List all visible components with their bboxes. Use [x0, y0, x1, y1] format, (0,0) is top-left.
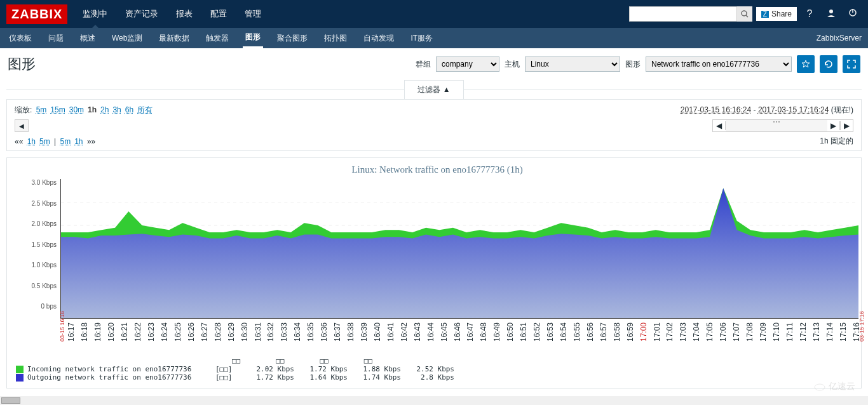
quick-link[interactable]: 1h [74, 137, 83, 146]
legend-row: Outgoing network traffic on eno16777736[… [16, 373, 858, 382]
favorite-button[interactable] [797, 55, 815, 73]
y-tick: 2.0 Kbps [16, 220, 57, 227]
subnav-item[interactable]: 仪表板 [6, 28, 34, 48]
topnav-item[interactable]: 报表 [167, 0, 201, 28]
y-axis: 3.0 Kbps2.5 Kbps2.0 Kbps1.5 Kbps1.0 Kbps… [16, 179, 60, 319]
x-tick: 16:29 [227, 322, 236, 342]
filter-toggle[interactable]: 过滤器 ▲ [404, 80, 463, 99]
topnav-item[interactable]: 配置 [201, 0, 236, 28]
x-tick: 16:53 [546, 322, 555, 342]
slider-left-icon[interactable]: ◀ [713, 121, 726, 130]
subnav-item[interactable]: 图形 [243, 28, 263, 48]
graph-selectors: 群组 company 主机 Linux 图形 Network traffic o… [416, 55, 860, 73]
zoom-option[interactable]: 6h [125, 105, 133, 114]
prev-button[interactable]: ◀ [15, 119, 29, 132]
y-tick: 3.0 Kbps [16, 179, 57, 186]
search-input[interactable] [629, 6, 737, 22]
chart-area: 3.0 Kbps2.5 Kbps2.0 Kbps1.5 Kbps1.0 Kbps… [16, 179, 858, 319]
fullscreen-button[interactable] [843, 55, 860, 73]
subnav-item[interactable]: 触发器 [203, 28, 231, 48]
zoom-option[interactable]: 5m [36, 105, 47, 114]
zoom-option[interactable]: 3h [112, 105, 121, 114]
subnav-item[interactable]: 问题 [46, 28, 66, 48]
search-icon [741, 10, 749, 18]
x-tick: 17:00 [639, 322, 648, 342]
x-tick: 17:04 [692, 322, 701, 342]
x-tick: 16:41 [386, 322, 395, 342]
subnav-item[interactable]: 最新数据 [156, 28, 192, 48]
user-icon[interactable] [822, 8, 840, 20]
x-tick: 16:45 [440, 322, 449, 342]
zoom-option[interactable]: 2h [100, 105, 109, 114]
quick-link[interactable]: 5m [60, 137, 71, 146]
group-select[interactable]: company [436, 56, 499, 72]
zoom-option[interactable]: 15m [50, 105, 65, 114]
legend: □□□□□□□□ Incoming network traffic on eno… [16, 357, 858, 382]
subnav-item[interactable]: 拓扑图 [322, 28, 349, 48]
logo[interactable]: ZABBIX [6, 4, 67, 24]
refresh-icon [824, 60, 833, 69]
chart-title: Linux: Network traffic on eno16777736 (1… [16, 164, 858, 175]
x-tick: 17:13 [812, 322, 821, 342]
subnav-item[interactable]: 聚合图形 [275, 28, 310, 48]
legend-name: Incoming network traffic on eno16777736 [27, 365, 212, 373]
zoom-option[interactable]: 所有 [137, 105, 153, 114]
slider-end-icon[interactable]: ▶ [840, 121, 853, 130]
zoom-option[interactable]: 1h [88, 105, 97, 114]
legend-unit: [□□] [215, 365, 241, 373]
host-label: 主机 [505, 59, 520, 70]
zoom-links: 缩放: 5m15m30m1h2h3h6h所有 [15, 105, 154, 116]
topnav-item[interactable]: 监测中 [74, 0, 116, 28]
svg-point-11 [815, 384, 825, 390]
topnav-item[interactable]: 资产记录 [116, 0, 167, 28]
quick-link[interactable]: 1h [27, 137, 36, 146]
x-tick: 16:20 [107, 322, 116, 342]
fixed-label: 1h 固定的 [820, 136, 853, 147]
time-slider[interactable]: ◀ ▶ ▶ [712, 119, 853, 132]
help-icon[interactable]: ? [801, 8, 818, 20]
subnav-item[interactable]: 概述 [78, 28, 98, 48]
graph-label: 图形 [625, 59, 641, 70]
x-tick: 16:48 [479, 322, 488, 342]
top-bar: ZABBIX 监测中资产记录报表配置管理 ZShare ? [0, 0, 868, 28]
y-tick: 0.5 Kbps [16, 282, 57, 289]
subnav-item[interactable]: Web监测 [109, 28, 145, 48]
slider-right-icon[interactable]: ▶ [827, 121, 840, 130]
plot-area[interactable] [60, 179, 858, 319]
sub-nav: 仪表板问题概述Web监测最新数据触发器图形聚合图形拓扑图自动发现IT服务 [6, 28, 435, 48]
x-tick: 16:22 [133, 322, 142, 342]
legend-value: 2.02 Kbps [245, 365, 294, 373]
search-box [629, 6, 752, 22]
x-tick: 16:25 [173, 322, 182, 342]
x-tick: 16:36 [320, 322, 329, 342]
zoom-option[interactable]: 30m [69, 105, 84, 114]
subnav-item[interactable]: 自动发现 [361, 28, 397, 48]
server-name[interactable]: ZabbixServer [817, 34, 862, 43]
x-tick: 16:54 [559, 322, 568, 342]
top-nav: 监测中资产记录报表配置管理 [74, 0, 270, 28]
chart-panel: Linux: Network traffic on eno16777736 (1… [6, 157, 862, 388]
nav-row: ◀ ◀ ▶ ▶ [15, 119, 853, 132]
x-edge-end: 03-15 17:16 [858, 311, 865, 342]
x-tick: 16:31 [254, 322, 262, 342]
quick-back: «« 1h5m | 5m1h »» [15, 137, 95, 146]
graph-select[interactable]: Network traffic on eno16777736 [646, 56, 792, 72]
search-button[interactable] [737, 6, 752, 22]
svg-line-1 [746, 15, 748, 17]
zoom-row: 缩放: 5m15m30m1h2h3h6h所有 2017-03-15 16:16:… [15, 105, 853, 116]
quick-link[interactable]: 5m [39, 137, 50, 146]
time-from[interactable]: 2017-03-15 16:16:24 [681, 105, 751, 114]
refresh-button[interactable] [820, 55, 837, 73]
x-tick: 16:27 [200, 322, 209, 342]
subnav-item[interactable]: IT服务 [408, 28, 435, 48]
topnav-item[interactable]: 管理 [236, 0, 270, 28]
power-icon[interactable] [844, 8, 862, 20]
time-to[interactable]: 2017-03-15 17:16:24 [758, 105, 829, 114]
x-tick: 16:58 [613, 322, 621, 342]
x-tick: 16:28 [214, 322, 222, 342]
time-now[interactable]: (现在!) [831, 105, 853, 114]
share-button[interactable]: ZShare [756, 7, 797, 21]
quick-nav-row: «« 1h5m | 5m1h »» 1h 固定的 [15, 136, 853, 147]
host-select[interactable]: Linux [525, 56, 620, 72]
x-tick: 16:57 [599, 322, 608, 342]
